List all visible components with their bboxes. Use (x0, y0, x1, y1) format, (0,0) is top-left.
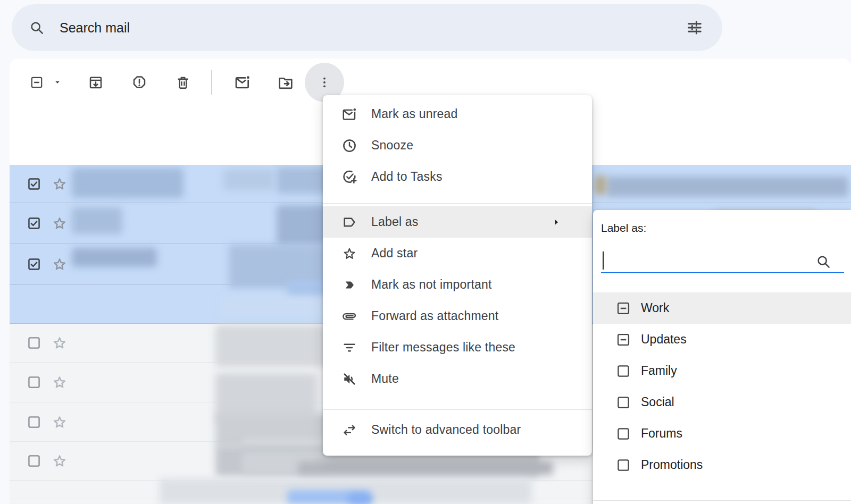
row-empty-checkbox-icon[interactable] (27, 335, 41, 350)
menu-item-label: Filter messages like these (371, 340, 515, 355)
delete-icon (175, 74, 191, 90)
move-to-icon (277, 74, 294, 91)
row-checked-checkbox-icon[interactable] (27, 257, 41, 272)
menu-item-label: Label as (371, 215, 419, 229)
menu-item-add-to-tasks[interactable]: Add to Tasks (323, 161, 592, 192)
delete-button[interactable] (170, 70, 196, 95)
redacted-text-block (595, 175, 606, 195)
label-name: Updates (641, 332, 687, 347)
paperclip-icon (341, 308, 357, 324)
redacted-text-block (72, 248, 157, 267)
label-name: Social (641, 395, 674, 409)
label-unchecked-checkbox-icon[interactable] (616, 458, 631, 473)
redacted-text-block (298, 461, 553, 475)
label-search-input[interactable] (601, 247, 844, 273)
select-dropdown-button[interactable] (45, 70, 70, 95)
label-name: Family (641, 364, 677, 378)
menu-item-label: Mute (371, 372, 399, 386)
label-as-submenu: Label as: WorkUpdatesFamilySocialForumsP… (593, 210, 851, 504)
menu-item-snooze[interactable]: Snooze (323, 130, 592, 161)
row-star-icon[interactable] (51, 334, 68, 351)
select-dropdown-icon (53, 78, 62, 87)
label-unchecked-checkbox-icon[interactable] (616, 395, 631, 410)
redacted-text-block (72, 207, 122, 234)
row-star-icon[interactable] (51, 256, 68, 273)
submenu-arrow-icon (550, 216, 562, 228)
archive-button[interactable] (83, 70, 109, 95)
tune-icon[interactable] (686, 19, 703, 36)
label-option-social[interactable]: Social (593, 387, 851, 418)
context-menu: Mark as unreadSnoozeAdd to TasksLabel as… (323, 95, 592, 456)
label-icon (341, 214, 357, 230)
menu-divider (323, 203, 592, 204)
menu-item-label: Snooze (371, 138, 413, 153)
label-unchecked-checkbox-icon[interactable] (616, 426, 631, 441)
redacted-text-block (348, 493, 372, 504)
label-list: WorkUpdatesFamilySocialForumsPromotions (593, 292, 851, 481)
label-option-promotions[interactable]: Promotions (593, 449, 851, 481)
swap-arrows-icon (341, 422, 357, 438)
row-star-icon[interactable] (51, 175, 68, 192)
label-name: Work (641, 301, 669, 315)
menu-item-mark-as-unread[interactable]: Mark as unread (323, 98, 592, 130)
label-option-family[interactable]: Family (593, 355, 851, 387)
menu-item-label-as[interactable]: Label as (323, 206, 592, 238)
row-star-icon[interactable] (51, 414, 68, 431)
row-empty-checkbox-icon[interactable] (27, 375, 41, 390)
report-spam-icon (131, 74, 147, 90)
label-search-icon[interactable] (815, 254, 831, 270)
redacted-text-block (72, 168, 183, 198)
report-spam-button[interactable] (127, 70, 152, 95)
row-star-icon[interactable] (51, 374, 68, 391)
menu-item-mute[interactable]: Mute (323, 363, 592, 394)
label-unchecked-checkbox-icon[interactable] (616, 364, 631, 379)
menu-item-label: Mark as not important (371, 278, 492, 292)
label-option-updates[interactable]: Updates (593, 324, 851, 355)
row-checked-checkbox-icon[interactable] (27, 216, 41, 231)
clock-icon (341, 138, 357, 154)
menu-item-label: Switch to advanced toolbar (371, 423, 521, 437)
row-empty-checkbox-icon[interactable] (27, 415, 41, 430)
menu-item-mark-as-not-important[interactable]: Mark as not important (323, 269, 592, 300)
label-indeterminate-checkbox-icon[interactable] (616, 301, 631, 316)
not-important-icon (341, 277, 357, 293)
redacted-text-block (223, 169, 274, 190)
menu-item-label: Forward as attachment (371, 309, 498, 323)
move-to-button[interactable] (273, 70, 298, 95)
search-bar[interactable]: Search mail (12, 4, 722, 51)
search-placeholder: Search mail (60, 20, 130, 36)
mail-unread-icon (341, 106, 357, 122)
task-add-icon (341, 169, 357, 185)
menu-item-add-star[interactable]: Add star (323, 238, 592, 269)
select-icon (30, 75, 44, 89)
label-name: Promotions (641, 458, 703, 472)
row-empty-checkbox-icon[interactable] (27, 453, 41, 468)
menu-item-label: Add star (371, 246, 418, 261)
menu-item-forward-as-attachment[interactable]: Forward as attachment (323, 300, 592, 332)
menu-divider (323, 409, 592, 410)
label-name: Forums (641, 426, 682, 441)
menu-item-switch-to-advanced-toolbar[interactable]: Switch to advanced toolbar (323, 414, 592, 446)
search-icon[interactable] (29, 20, 45, 36)
mute-icon (341, 371, 357, 387)
label-option-work[interactable]: Work (593, 292, 851, 324)
label-option-forums[interactable]: Forums (593, 418, 851, 449)
toolbar-divider (211, 70, 212, 95)
label-list-divider (593, 500, 851, 501)
mark-as-unread-icon (234, 74, 251, 91)
star-icon (341, 246, 357, 262)
row-star-icon[interactable] (51, 452, 68, 469)
label-as-title: Label as: (601, 222, 646, 234)
redacted-text-block (606, 177, 848, 197)
archive-icon (88, 74, 104, 90)
menu-item-filter-messages-like-these[interactable]: Filter messages like these (323, 332, 592, 363)
menu-item-label: Add to Tasks (371, 170, 443, 184)
row-star-icon[interactable] (51, 215, 68, 232)
filter-icon (341, 340, 357, 356)
more-icon (318, 75, 331, 89)
row-checked-checkbox-icon[interactable] (27, 177, 41, 191)
text-cursor (603, 251, 604, 270)
mark-as-unread-button[interactable] (230, 70, 255, 95)
menu-item-label: Mark as unread (371, 107, 458, 121)
label-indeterminate-checkbox-icon[interactable] (616, 332, 631, 347)
